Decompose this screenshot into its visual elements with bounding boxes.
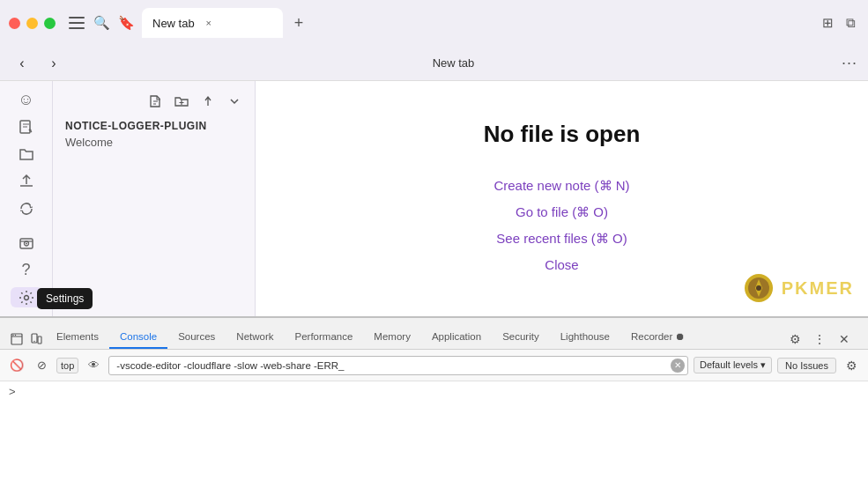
sidebar-icon-help[interactable]: ? <box>11 260 42 280</box>
svg-rect-2 <box>69 27 85 29</box>
tab-label: New tab <box>152 17 195 30</box>
sidebar-icon-publish[interactable] <box>11 172 42 192</box>
svg-point-17 <box>33 341 34 342</box>
devtools-tab-icons: ⚙ ⋮ ✕ <box>778 329 861 349</box>
more-options-icon[interactable]: ··· <box>842 54 857 72</box>
filter-clear-button[interactable]: ✕ <box>671 359 685 373</box>
file-panel: NOTICE-LOGGER-PLUGIN Welcome <box>53 81 256 316</box>
sidebar-icon-vault[interactable] <box>11 233 42 253</box>
nav-bar: ‹ › New tab ··· <box>0 46 868 81</box>
close-action[interactable]: Close <box>545 257 578 272</box>
devtools-tab-bar: Elements Console Sources Network Perform… <box>0 318 868 350</box>
tab-performance[interactable]: Performance <box>285 326 364 349</box>
browser-window: 🔍 🔖 New tab × + ⊞ ⧉ ‹ › New tab ··· ☺ <box>0 0 868 488</box>
create-new-note-action[interactable]: Create new note (⌘ N) <box>493 178 629 194</box>
devtools-toolbar: 🚫 ⊘ top 👁 ✕ Default levels ▾ No Issues ⚙ <box>0 350 868 381</box>
devtools-inspect-icon[interactable] <box>7 329 26 349</box>
svg-point-14 <box>15 335 16 336</box>
console-settings-icon[interactable]: ⚙ <box>842 356 861 375</box>
active-tab[interactable]: New tab × <box>142 8 283 38</box>
svg-rect-16 <box>38 336 41 344</box>
tab-application[interactable]: Application <box>421 326 492 349</box>
log-levels-dropdown[interactable]: Default levels ▾ <box>694 357 772 373</box>
svg-rect-1 <box>69 22 85 24</box>
go-to-file-action[interactable]: Go to file (⌘ O) <box>516 204 608 220</box>
devtools-settings-icon[interactable]: ⚙ <box>785 329 805 349</box>
tab-security[interactable]: Security <box>492 326 550 349</box>
sidebar-icon-new-note[interactable] <box>11 117 42 137</box>
page-title: New tab <box>433 56 475 70</box>
new-note-icon[interactable] <box>145 92 165 111</box>
devtools-console: > <box>0 381 868 488</box>
console-clear-icon[interactable]: 🚫 <box>7 356 26 375</box>
address-bar[interactable]: New tab <box>74 56 833 70</box>
tab-bar: New tab × + <box>142 8 812 38</box>
filter-input[interactable] <box>108 356 688 375</box>
devtools-device-icon[interactable] <box>26 329 46 349</box>
filter-input-wrap: ✕ <box>108 356 688 375</box>
sidebar: ☺ ? Settings <box>0 81 53 316</box>
bookmark-icon[interactable]: 🔖 <box>117 14 135 32</box>
sidebar-icon-open[interactable] <box>11 144 42 165</box>
tab-close-button[interactable]: × <box>202 16 216 30</box>
tab-sources[interactable]: Sources <box>167 326 226 349</box>
tab-console[interactable]: Console <box>109 326 167 349</box>
window-controls-icon[interactable]: ⧉ <box>842 14 859 32</box>
tab-lighthouse[interactable]: Lighthouse <box>550 326 620 349</box>
tab-memory[interactable]: Memory <box>363 326 421 349</box>
collapse-icon[interactable] <box>225 92 244 111</box>
search-icon[interactable]: 🔍 <box>93 14 110 32</box>
new-folder-icon[interactable] <box>172 92 191 111</box>
close-traffic-light[interactable] <box>9 18 20 29</box>
forward-button[interactable]: › <box>42 52 65 75</box>
no-file-title: No file is open <box>484 121 641 148</box>
console-filter-icon[interactable]: ⊘ <box>32 356 51 375</box>
issues-button[interactable]: No Issues <box>777 358 836 373</box>
sidebar-toggle-icon[interactable] <box>68 14 85 32</box>
pkmer-watermark: PKMER <box>743 272 854 304</box>
svg-point-7 <box>24 295 28 299</box>
svg-point-6 <box>26 242 27 244</box>
back-button[interactable]: ‹ <box>11 52 33 75</box>
sidebar-icon-sync[interactable] <box>11 199 42 219</box>
devtools-panel: Elements Console Sources Network Perform… <box>0 316 868 488</box>
see-recent-files-action[interactable]: See recent files (⌘ O) <box>496 231 627 247</box>
welcome-label[interactable]: Welcome <box>53 134 255 151</box>
svg-point-13 <box>12 335 13 336</box>
console-arrow-icon: > <box>9 385 16 398</box>
sidebar-icon-face[interactable]: ☺ <box>11 90 42 110</box>
pkmer-label: PKMER <box>782 278 854 299</box>
maximize-traffic-light[interactable] <box>44 18 56 29</box>
title-bar: 🔍 🔖 New tab × + ⊞ ⧉ <box>0 0 868 46</box>
sort-icon[interactable] <box>198 92 218 111</box>
svg-point-11 <box>756 285 761 291</box>
new-tab-button[interactable]: + <box>286 11 311 35</box>
toolbar-right: ⊞ ⧉ <box>819 14 859 32</box>
content-area: ☺ ? Settings <box>0 81 868 316</box>
editor-area: No file is open Create new note (⌘ N) Go… <box>256 81 868 316</box>
file-panel-toolbar <box>53 88 255 115</box>
tab-network[interactable]: Network <box>226 326 284 349</box>
settings-tooltip: Settings <box>37 288 93 309</box>
traffic-lights <box>9 18 56 29</box>
console-eye-icon[interactable]: 👁 <box>84 356 103 375</box>
context-select[interactable]: top <box>56 358 78 373</box>
devtools-more-icon[interactable]: ⋮ <box>810 329 829 349</box>
svg-rect-0 <box>69 17 85 18</box>
pkmer-logo-icon <box>743 272 775 304</box>
console-prompt[interactable]: > <box>9 385 859 398</box>
minimize-traffic-light[interactable] <box>26 18 38 29</box>
tab-overview-icon[interactable]: ⊞ <box>819 14 836 32</box>
tab-elements[interactable]: Elements <box>46 326 109 349</box>
devtools-close-icon[interactable]: ✕ <box>835 329 854 349</box>
plugin-title: NOTICE-LOGGER-PLUGIN <box>53 115 255 134</box>
tab-recorder[interactable]: Recorder ⏺ <box>620 326 697 349</box>
